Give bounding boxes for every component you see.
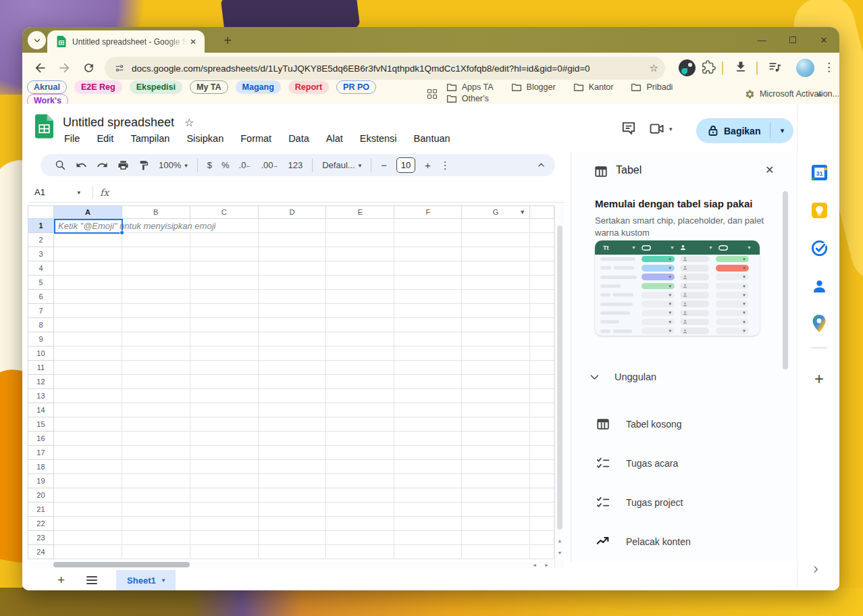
cell[interactable]	[462, 247, 530, 261]
search-menus-icon[interactable]	[55, 159, 66, 171]
horizontal-scrollbar-thumb[interactable]	[53, 562, 190, 567]
cell[interactable]	[326, 403, 394, 417]
cell[interactable]	[122, 389, 190, 403]
tab-close-icon[interactable]: ✕	[187, 36, 199, 48]
bookmark-folder-kantor[interactable]: Kantor	[573, 82, 614, 92]
tab-search-button[interactable]	[28, 31, 46, 49]
cell[interactable]	[394, 474, 462, 488]
spreadsheet-grid[interactable]: ABCDEFG▼ 1234567891011121314151617181920…	[28, 205, 554, 559]
row-header-3[interactable]: 3	[28, 247, 54, 261]
star-doc-icon[interactable]: ☆	[184, 116, 194, 129]
cell[interactable]	[394, 219, 462, 233]
cell[interactable]	[530, 361, 554, 375]
row-header-23[interactable]: 23	[28, 531, 54, 545]
cell[interactable]	[190, 332, 259, 346]
paint-format-icon[interactable]	[138, 160, 149, 171]
cell[interactable]	[122, 304, 190, 318]
cell[interactable]	[394, 346, 462, 361]
menu-format[interactable]: Format	[240, 133, 271, 144]
cell[interactable]	[259, 488, 327, 503]
cell[interactable]	[54, 432, 122, 446]
decrease-decimals-button[interactable]: .0←	[239, 160, 252, 170]
close-panel-icon[interactable]: ✕	[765, 163, 774, 176]
cell[interactable]	[259, 290, 327, 304]
cell[interactable]	[190, 446, 259, 460]
cell[interactable]	[462, 460, 530, 474]
column-header-a[interactable]: A	[54, 206, 122, 219]
cell[interactable]	[259, 276, 327, 290]
cell[interactable]	[462, 346, 530, 361]
cell[interactable]	[326, 446, 394, 460]
cell[interactable]	[259, 361, 327, 375]
back-button[interactable]	[32, 61, 48, 77]
row-header-13[interactable]: 13	[28, 389, 54, 403]
cell[interactable]	[122, 375, 190, 389]
cell[interactable]	[394, 517, 462, 531]
cell[interactable]	[394, 318, 462, 332]
cell[interactable]	[326, 318, 394, 332]
bookmark-folder-blogger[interactable]: Blogger	[511, 82, 556, 92]
bookmark-chip-e2e-reg[interactable]: E2E Reg	[74, 80, 122, 94]
row-header-8[interactable]: 8	[28, 318, 54, 332]
address-bar[interactable]: docs.google.com/spreadsheets/d/1LyTuJQKY…	[105, 57, 665, 80]
cell[interactable]	[530, 446, 554, 460]
cell[interactable]	[259, 304, 327, 318]
cell[interactable]	[259, 346, 327, 361]
cell[interactable]	[462, 531, 530, 545]
template-item-tugas-project[interactable]: Tugas project	[571, 483, 784, 522]
cell[interactable]	[122, 474, 190, 488]
cell[interactable]	[54, 304, 122, 318]
row-header-7[interactable]: 7	[28, 304, 54, 318]
media-controls-icon[interactable]	[768, 61, 781, 76]
cell[interactable]	[259, 503, 327, 517]
cell[interactable]	[122, 332, 190, 346]
vertical-scrollbar-thumb[interactable]	[557, 226, 563, 530]
undo-icon[interactable]	[76, 159, 87, 171]
minimize-button[interactable]: —	[746, 27, 777, 53]
cell[interactable]	[259, 460, 327, 474]
menu-edit[interactable]: Edit	[97, 133, 113, 144]
cell[interactable]	[259, 233, 327, 247]
cell[interactable]	[259, 219, 327, 233]
scroll-left-arrow[interactable]: ◄	[529, 561, 540, 569]
row-header-16[interactable]: 16	[28, 432, 54, 446]
row-header-17[interactable]: 17	[28, 446, 54, 460]
scroll-up-arrow[interactable]: ▲	[555, 535, 565, 546]
cell[interactable]	[259, 375, 327, 389]
featured-section-toggle[interactable]: Unggulan	[590, 371, 656, 382]
cell[interactable]	[462, 417, 530, 432]
cell[interactable]	[190, 432, 259, 446]
cell[interactable]	[462, 261, 530, 276]
bookmark-item-overflow[interactable]: Microsoft Activation...	[745, 89, 839, 99]
comment-history-icon[interactable]	[621, 120, 636, 138]
cell[interactable]	[190, 361, 259, 375]
cell[interactable]	[394, 545, 462, 559]
cell[interactable]	[326, 517, 394, 531]
join-call-button[interactable]: ▾	[649, 122, 673, 135]
cell[interactable]	[530, 233, 554, 247]
cell[interactable]	[326, 503, 394, 517]
cell[interactable]	[54, 460, 122, 474]
column-header-partial[interactable]	[530, 206, 554, 219]
cell[interactable]	[394, 304, 462, 318]
column-header-g[interactable]: G▼	[462, 206, 530, 219]
cell[interactable]	[190, 290, 259, 304]
zoom-select[interactable]: 100%▾	[159, 160, 188, 170]
cell[interactable]	[190, 276, 259, 290]
cell[interactable]	[394, 261, 462, 276]
row-header-9[interactable]: 9	[28, 332, 54, 346]
menu-alat[interactable]: Alat	[326, 133, 343, 144]
cell[interactable]	[54, 403, 122, 417]
cell[interactable]	[259, 417, 327, 432]
cell[interactable]	[326, 219, 394, 233]
cell[interactable]	[530, 403, 554, 417]
cell[interactable]	[54, 375, 122, 389]
cell[interactable]	[122, 545, 190, 559]
decrease-font-size-button[interactable]: −	[381, 159, 387, 171]
menu-sisipkan[interactable]: Sisipkan	[186, 133, 224, 144]
scroll-right-arrow[interactable]: ►	[541, 561, 552, 569]
menu-file[interactable]: File	[64, 133, 80, 144]
font-select[interactable]: Defaul...▾	[322, 160, 361, 170]
cell[interactable]	[54, 531, 122, 545]
cell[interactable]	[530, 517, 554, 531]
